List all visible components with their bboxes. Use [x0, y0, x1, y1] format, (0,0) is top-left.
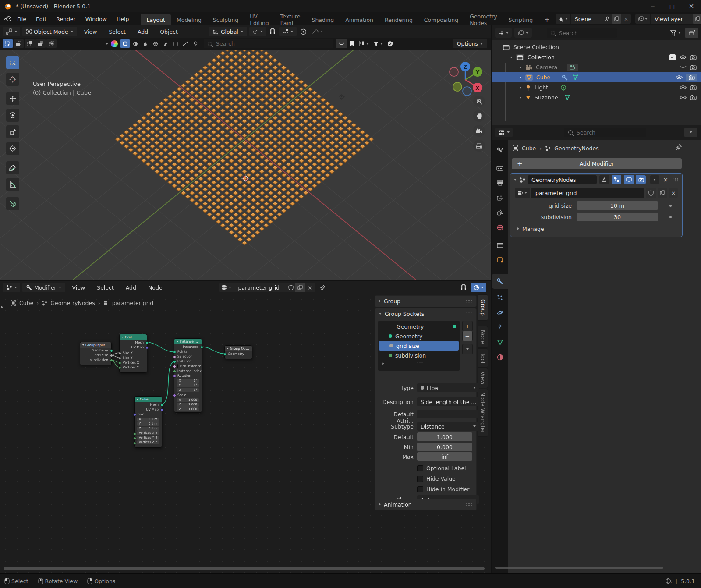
- socket-vertices-x-in[interactable]: [133, 432, 136, 436]
- socket-scale-in[interactable]: [173, 394, 176, 397]
- disable-render-camera-icon[interactable]: [690, 85, 697, 90]
- node-grid[interactable]: Grid Mesh UV Map Size X Size Y Vertices …: [119, 334, 147, 373]
- drag-grip[interactable]: [466, 299, 472, 303]
- expand-icon[interactable]: [520, 76, 521, 79]
- workspace-tab-rendering[interactable]: Rendering: [379, 14, 418, 25]
- disable-render-camera-icon[interactable]: [686, 74, 697, 81]
- manage-subpanel-header[interactable]: Manage: [510, 224, 682, 234]
- socket-rotation-in[interactable]: [173, 375, 176, 378]
- orthographic-toggle-button[interactable]: [473, 140, 485, 152]
- tab-modifiers[interactable]: [495, 276, 505, 287]
- properties-search-input[interactable]: [576, 129, 642, 136]
- breadcrumb-object[interactable]: Cube: [522, 145, 536, 152]
- disable-render-camera-icon[interactable]: [690, 64, 697, 70]
- toggle-viewport-display-button[interactable]: [624, 175, 634, 184]
- network-status-icon[interactable]: 5: [665, 578, 672, 584]
- tab-object-data[interactable]: [495, 337, 505, 347]
- outliner-display-mode-button[interactable]: [495, 28, 512, 38]
- socket-item-geometry-input[interactable]: Geometry: [378, 331, 460, 341]
- socket-points-in[interactable]: [173, 351, 176, 354]
- outliner-row-suzanne[interactable]: Suzanne: [492, 92, 701, 103]
- unlink-scene-button[interactable]: ×: [621, 16, 631, 22]
- size-z-field[interactable]: Z0.1 m: [137, 427, 159, 431]
- workspace-tab-geometry-nodes[interactable]: Geometry Nodes: [464, 14, 503, 25]
- collection-exclude-checkbox[interactable]: ✓: [669, 54, 676, 60]
- transform-orientation-dropdown[interactable]: Global: [209, 27, 247, 36]
- tab-view-layer[interactable]: [495, 192, 505, 203]
- hide-eye-icon[interactable]: [680, 85, 687, 90]
- hide-eye-icon[interactable]: [680, 55, 687, 60]
- rotation-y-field[interactable]: Y0°: [177, 383, 199, 387]
- expand-icon[interactable]: [520, 96, 521, 99]
- socket-subdivision-out[interactable]: [110, 359, 113, 362]
- expand-icon[interactable]: [520, 66, 521, 69]
- outliner-filter-display-button[interactable]: [514, 28, 532, 38]
- outliner-row-light[interactable]: Light: [492, 82, 701, 92]
- node-instance-on-points[interactable]: Instance on Points Instances Points Sele…: [174, 338, 202, 413]
- tool-move[interactable]: [6, 92, 19, 105]
- socket-size-x-in[interactable]: [118, 352, 121, 355]
- transfer-mode-icon[interactable]: [187, 28, 194, 35]
- workspace-tab-sculpting[interactable]: Sculpting: [207, 14, 244, 25]
- panel-group[interactable]: Group: [375, 295, 477, 307]
- tool-measure[interactable]: [6, 178, 19, 191]
- duplicate-group-button[interactable]: [658, 188, 667, 198]
- workspace-tab-shading[interactable]: Shading: [306, 14, 340, 25]
- rotation-x-field[interactable]: X0°: [177, 379, 199, 383]
- shelf-filter-stamp-button[interactable]: [171, 39, 180, 48]
- menu-file[interactable]: File: [12, 16, 31, 22]
- size-x-field[interactable]: X0.1 m: [137, 418, 159, 422]
- blender-menu-logo-icon[interactable]: [4, 16, 12, 22]
- close-button[interactable]: ×: [682, 0, 701, 12]
- tab-world[interactable]: [495, 222, 505, 233]
- disable-render-camera-icon[interactable]: [690, 95, 697, 100]
- socket-geometry-out[interactable]: [110, 349, 113, 352]
- socket-size-in[interactable]: [133, 413, 136, 416]
- tab-particles[interactable]: [495, 292, 505, 303]
- rotation-z-field[interactable]: Z0°: [177, 388, 199, 392]
- shelf-filter-curves-button[interactable]: [181, 39, 190, 48]
- scale-z-field[interactable]: Z1.000: [177, 407, 199, 411]
- select-mode-intersect-button[interactable]: [46, 39, 57, 48]
- socket-uvmap-out[interactable]: [145, 346, 149, 349]
- outliner-row-collection[interactable]: Collection ✓: [492, 52, 701, 62]
- bookmark-icon[interactable]: [348, 41, 356, 47]
- socket-item-subdivision[interactable]: subdivision: [378, 351, 460, 360]
- panel-group-sockets-header[interactable]: Group Sockets: [375, 308, 476, 319]
- editor-type-button[interactable]: [3, 27, 20, 36]
- shelf-region-toggle[interactable]: [336, 39, 347, 48]
- geometry-node-editor[interactable]: Modifier View Select Add Node parameter …: [0, 280, 491, 574]
- socket-vertices-y-in[interactable]: [118, 366, 121, 369]
- navigation-gizmo[interactable]: Z Y X: [443, 58, 485, 100]
- workspace-tab-uv-editing[interactable]: UV Editing: [244, 14, 275, 25]
- outliner-row-camera[interactable]: Camera: [492, 62, 701, 72]
- sidebar-tab-node-wrangler[interactable]: Node Wrangler: [478, 389, 488, 437]
- outliner-filter-dropdown[interactable]: [670, 30, 681, 36]
- animate-property-dot[interactable]: [669, 216, 672, 218]
- hide-value-checkbox[interactable]: Hide Value: [417, 475, 456, 482]
- select-mode-subtract-button[interactable]: [25, 39, 35, 48]
- workspace-tab-modeling[interactable]: Modeling: [171, 14, 207, 25]
- vertices-x-field[interactable]: Vertices X2: [137, 431, 159, 435]
- properties-options-dropdown[interactable]: [684, 128, 697, 137]
- modifier-extras-dropdown[interactable]: [650, 175, 659, 184]
- menu-help[interactable]: Help: [112, 16, 134, 22]
- workspace-tab-scripting[interactable]: Scripting: [503, 14, 539, 25]
- expand-icon[interactable]: [510, 57, 513, 58]
- socket-uvmap-out[interactable]: [160, 408, 163, 411]
- viewport-3d[interactable]: Object Mode View Select Add Object Globa…: [0, 25, 491, 280]
- new-viewlayer-button[interactable]: [693, 14, 701, 24]
- description-field[interactable]: Side length of the ...: [417, 397, 479, 406]
- snap-toggle[interactable]: [268, 28, 277, 35]
- tab-output[interactable]: [495, 177, 505, 188]
- zoom-view-button[interactable]: [473, 96, 485, 107]
- param-grid-size-field[interactable]: 10 m: [577, 201, 658, 210]
- sidebar-tab-tool[interactable]: Tool: [478, 348, 488, 368]
- socket-grid-size-out[interactable]: [110, 354, 113, 357]
- toggle-edit-mode-button[interactable]: [599, 175, 609, 184]
- size-y-field[interactable]: Y0.1 m: [137, 422, 159, 426]
- node-group-name-field[interactable]: parameter grid: [531, 188, 644, 198]
- shield-check-icon[interactable]: [386, 41, 395, 47]
- panel-animation[interactable]: Animation: [375, 499, 477, 510]
- tool-search-field[interactable]: [204, 39, 333, 48]
